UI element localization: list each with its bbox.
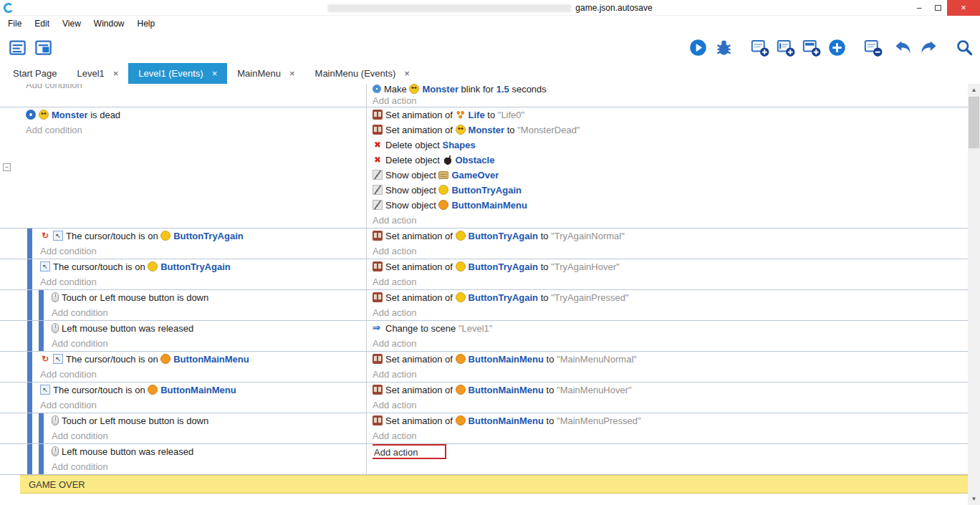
add-event-button[interactable] <box>748 35 771 59</box>
add-action-placeholder[interactable]: Add action <box>373 444 968 459</box>
debug-button[interactable] <box>712 35 735 59</box>
add-action-placeholder[interactable]: Add action <box>373 367 968 382</box>
conditions-cell[interactable]: The cursor/touch is on ButtonMainMenuAdd… <box>0 383 367 413</box>
menu-file[interactable]: File <box>1 19 28 29</box>
scene-window-button[interactable] <box>32 35 54 59</box>
add-condition-placeholder[interactable]: Add condition <box>26 122 366 138</box>
condition-line[interactable]: The cursor/touch is on ButtonTryAgain <box>40 259 366 274</box>
action-line[interactable]: Make Monster blink for 1.5 seconds <box>373 84 968 95</box>
action-line[interactable]: Set animation of ButtonTryAgain to "TryA… <box>373 259 968 274</box>
add-condition-placeholder[interactable]: Add condition <box>52 305 366 320</box>
condition-line[interactable]: The cursor/touch is on ButtonMainMenu <box>40 352 366 367</box>
conditions-cell[interactable]: Left mouse button was releasedAdd condit… <box>0 444 367 474</box>
menu-help[interactable]: Help <box>131 19 162 29</box>
condition-line[interactable]: The cursor/touch is on ButtonMainMenu <box>40 383 366 398</box>
conditions-cell[interactable]: The cursor/touch is on ButtonTryAgainAdd… <box>0 259 367 289</box>
actions-cell[interactable]: Set animation of ButtonTryAgain to "TryA… <box>367 229 968 259</box>
maximize-button[interactable] <box>928 0 947 16</box>
actions-cell[interactable]: Make Monster blink for 1.5 secondsAdd ac… <box>367 84 968 107</box>
actions-cell[interactable]: Set animation of ButtonMainMenu to "Main… <box>367 413 968 443</box>
condition-line[interactable]: Touch or Left mouse button is down <box>52 290 366 305</box>
action-line[interactable]: Set animation of ButtonMainMenu to "Main… <box>373 383 968 398</box>
add-action-placeholder[interactable]: Add action <box>373 305 968 320</box>
comment-event[interactable]: GAME OVER <box>0 475 968 494</box>
add-condition-placeholder[interactable]: Add condition <box>52 459 366 474</box>
minimize-button[interactable]: – <box>910 0 928 16</box>
run-button[interactable] <box>686 35 709 59</box>
add-action-placeholder[interactable]: Add action <box>373 428 968 443</box>
action-line[interactable]: Delete object Shapes <box>373 138 968 153</box>
scroll-down-button[interactable]: ▼ <box>968 493 980 505</box>
actions-cell[interactable]: Set animation of ButtonMainMenu to "Main… <box>367 383 968 413</box>
add-condition-placeholder[interactable]: Add condition <box>40 244 366 259</box>
add-subevent-button[interactable] <box>774 35 797 59</box>
add-action-placeholder[interactable]: Add action <box>373 398 968 413</box>
action-line[interactable]: Delete object Obstacle <box>373 153 968 168</box>
action-line[interactable]: Show object ButtonTryAgain <box>373 183 968 198</box>
highlight-box[interactable]: Add action <box>373 444 446 459</box>
conditions-cell[interactable]: The cursor/touch is on ButtonTryAgainAdd… <box>0 229 367 259</box>
actions-cell[interactable]: Set animation of ButtonMainMenu to "Main… <box>367 352 968 382</box>
add-condition-placeholder[interactable]: Add condition <box>52 428 366 443</box>
tab-start-page[interactable]: Start Page <box>3 63 67 84</box>
conditions-cell[interactable]: Touch or Left mouse button is downAdd co… <box>0 290 367 320</box>
tab-close-icon[interactable]: × <box>289 68 295 79</box>
condition-line[interactable]: Left mouse button was released <box>52 444 366 459</box>
conditions-cell[interactable]: Add condition <box>0 84 367 107</box>
condition-line[interactable]: Monster is dead <box>26 107 366 122</box>
action-line[interactable]: Show object GameOver <box>373 168 968 183</box>
action-line[interactable]: Change to scene "Level1" <box>373 321 968 336</box>
action-line[interactable]: Set animation of ButtonMainMenu to "Main… <box>373 413 968 428</box>
condition-line[interactable]: Touch or Left mouse button is down <box>52 413 366 428</box>
add-more-button[interactable] <box>825 35 848 59</box>
actions-cell[interactable]: Set animation of ButtonTryAgain to "TryA… <box>367 259 968 289</box>
condition-line[interactable]: Left mouse button was released <box>52 321 366 336</box>
tab-level1[interactable]: Level1× <box>67 63 128 84</box>
tab-close-icon[interactable]: × <box>212 68 218 79</box>
tab-close-icon[interactable]: × <box>404 68 410 79</box>
tab-mainmenu[interactable]: MainMenu× <box>227 63 304 84</box>
undo-button[interactable] <box>891 35 914 59</box>
conditions-cell[interactable]: The cursor/touch is on ButtonMainMenuAdd… <box>0 352 367 382</box>
tab-mainmenu-events[interactable]: MainMenu (Events)× <box>305 63 420 84</box>
action-line[interactable]: Set animation of Life to "Life0" <box>373 107 968 122</box>
add-action-placeholder[interactable]: Add action <box>373 244 968 259</box>
action-line[interactable]: Set animation of Monster to "MonsterDead… <box>373 122 968 138</box>
actions-cell[interactable]: Change to scene "Level1"Add action <box>367 321 968 351</box>
collapse-events-button[interactable] <box>861 35 884 59</box>
action-line[interactable]: Set animation of ButtonTryAgain to "TryA… <box>373 229 968 244</box>
actions-cell[interactable]: Set animation of ButtonTryAgain to "TryA… <box>367 290 968 320</box>
add-condition-placeholder[interactable]: Add condition <box>26 84 366 91</box>
action-line[interactable]: Set animation of ButtonMainMenu to "Main… <box>373 352 968 367</box>
add-action-placeholder[interactable]: Add action <box>373 336 968 351</box>
menu-view[interactable]: View <box>56 19 87 29</box>
close-button[interactable]: × <box>947 0 980 16</box>
add-condition-placeholder[interactable]: Add condition <box>52 336 366 351</box>
add-action-placeholder[interactable]: Add action <box>373 95 968 107</box>
vertical-scrollbar[interactable]: ▲ ▼ <box>968 84 980 505</box>
search-button[interactable] <box>953 35 976 59</box>
actions-cell[interactable]: Add action <box>367 444 968 474</box>
collapse-toggle[interactable]: − <box>3 163 11 171</box>
conditions-cell[interactable]: Touch or Left mouse button is downAdd co… <box>0 413 367 443</box>
add-action-placeholder[interactable]: Add action <box>373 213 968 228</box>
tab-close-icon[interactable]: × <box>113 68 119 79</box>
action-line[interactable]: Show object ButtonMainMenu <box>373 198 968 213</box>
add-condition-placeholder[interactable]: Add condition <box>40 398 366 413</box>
conditions-cell[interactable]: Left mouse button was releasedAdd condit… <box>0 321 367 351</box>
tab-level1-events[interactable]: Level1 (Events)× <box>128 63 227 84</box>
add-comment-event-button[interactable] <box>799 35 822 59</box>
project-window-button[interactable] <box>6 35 29 59</box>
scroll-thumb[interactable] <box>969 97 979 148</box>
menu-window[interactable]: Window <box>87 19 131 29</box>
actions-cell[interactable]: Set animation of Life to "Life0"Set anim… <box>367 107 968 228</box>
redo-button[interactable] <box>917 35 940 59</box>
comment-body[interactable]: GAME OVER <box>20 475 968 494</box>
add-action-placeholder[interactable]: Add action <box>373 274 968 289</box>
menu-edit[interactable]: Edit <box>28 19 56 29</box>
conditions-cell[interactable]: −Monster is deadAdd condition <box>0 107 367 228</box>
action-line[interactable]: Set animation of ButtonTryAgain to "TryA… <box>373 290 968 305</box>
add-condition-placeholder[interactable]: Add condition <box>40 367 366 382</box>
add-condition-placeholder[interactable]: Add condition <box>40 274 366 289</box>
scroll-up-button[interactable]: ▲ <box>968 84 980 96</box>
